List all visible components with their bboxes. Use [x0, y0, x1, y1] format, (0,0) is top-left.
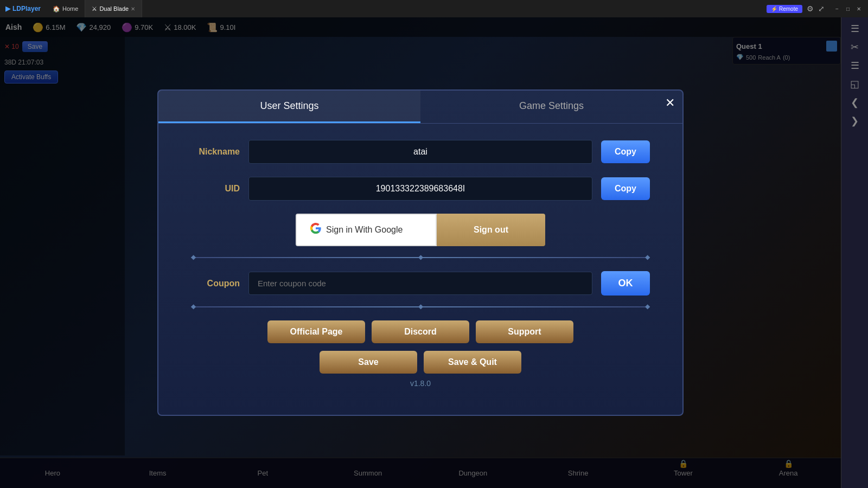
- divider-center-icon: ◆: [418, 253, 423, 261]
- official-page-button[interactable]: Official Page: [267, 320, 365, 343]
- maximize-button[interactable]: □: [844, 5, 852, 12]
- uid-label: UID: [191, 184, 240, 194]
- google-icon: [310, 222, 322, 237]
- sidebar-icon-5[interactable]: ❮: [851, 97, 859, 108]
- user-settings-modal: User Settings Game Settings ✕ Nickname C…: [157, 89, 684, 416]
- uid-row: UID Copy: [191, 177, 650, 201]
- uid-copy-button[interactable]: Copy: [601, 177, 650, 200]
- divider-2: ◆: [191, 306, 650, 307]
- ldplayer-icon: ▶: [5, 5, 10, 12]
- signout-button[interactable]: Sign out: [437, 214, 545, 246]
- tab-bar: 🏠 Home ⚔ Dual Blade ✕: [46, 0, 767, 17]
- expand-icon[interactable]: ⤢: [818, 4, 825, 13]
- remote-icon: ⚡: [771, 6, 777, 12]
- modal-close-button[interactable]: ✕: [665, 96, 675, 110]
- right-sidebar: ☰ ✂ ☰ ◱ ❮ ❯: [841, 17, 868, 488]
- support-button[interactable]: Support: [476, 320, 573, 343]
- nickname-label: Nickname: [191, 147, 240, 157]
- tab-game-settings[interactable]: Game Settings: [420, 91, 682, 123]
- coupon-row: Coupon OK: [191, 271, 650, 296]
- modal-body: Nickname Copy UID Copy: [158, 124, 682, 404]
- uid-input[interactable]: [248, 177, 592, 201]
- save-quit-button[interactable]: Save & Quit: [424, 351, 521, 374]
- dualblade-icon: ⚔: [92, 5, 97, 12]
- window-controls: − □ ✕: [833, 5, 863, 12]
- home-icon: 🏠: [53, 5, 60, 12]
- version-text: v1.8.0: [191, 379, 650, 388]
- divider-1: ◆: [191, 257, 650, 258]
- coupon-label: Coupon: [191, 279, 240, 288]
- action-buttons: Save Save & Quit: [191, 351, 650, 374]
- ldplayer-bar: ▶ LDPlayer 🏠 Home ⚔ Dual Blade ✕ ⚡ Remot…: [0, 0, 868, 17]
- coupon-input[interactable]: [248, 272, 592, 295]
- close-window-button[interactable]: ✕: [855, 5, 863, 12]
- remote-button[interactable]: ⚡ Remote: [767, 5, 802, 13]
- sidebar-icon-3[interactable]: ☰: [851, 60, 859, 72]
- nickname-row: Nickname Copy: [191, 140, 650, 164]
- tab-dualblade[interactable]: ⚔ Dual Blade ✕: [85, 0, 142, 17]
- coupon-ok-button[interactable]: OK: [601, 271, 650, 296]
- link-buttons: Official Page Discord Support: [191, 320, 650, 343]
- auth-row: Sign in With Google Sign out: [191, 214, 650, 246]
- discord-button[interactable]: Discord: [372, 320, 469, 343]
- bar-right: ⚡ Remote ⚙ ⤢ − □ ✕: [767, 4, 868, 13]
- ldplayer-logo: ▶ LDPlayer: [0, 5, 46, 12]
- settings-icon[interactable]: ⚙: [807, 4, 814, 13]
- sidebar-icon-4[interactable]: ◱: [850, 78, 859, 90]
- nickname-input[interactable]: [248, 140, 592, 164]
- sidebar-icon-1[interactable]: ☰: [851, 23, 859, 35]
- tab-home[interactable]: 🏠 Home: [46, 0, 85, 17]
- nickname-copy-button[interactable]: Copy: [601, 140, 650, 163]
- minimize-button[interactable]: −: [833, 5, 841, 12]
- modal-header: User Settings Game Settings: [158, 91, 682, 124]
- tab-close-icon[interactable]: ✕: [131, 6, 135, 12]
- divider-center-icon-2: ◆: [418, 303, 423, 310]
- save-settings-button[interactable]: Save: [320, 351, 417, 374]
- google-signin-button[interactable]: Sign in With Google: [296, 214, 437, 246]
- tab-user-settings[interactable]: User Settings: [158, 91, 420, 123]
- modal-overlay: User Settings Game Settings ✕ Nickname C…: [0, 17, 841, 488]
- sidebar-icon-6[interactable]: ❯: [851, 115, 859, 127]
- sidebar-icon-2[interactable]: ✂: [851, 41, 859, 53]
